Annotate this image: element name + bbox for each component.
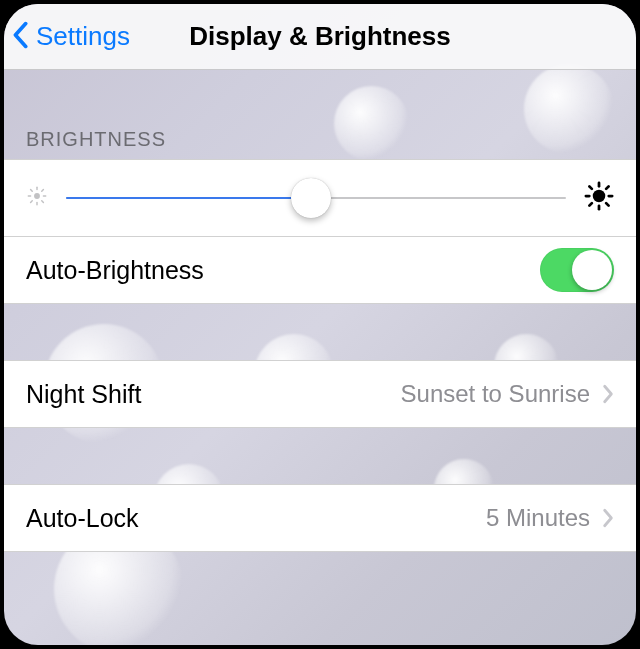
svg-line-15 — [606, 203, 609, 206]
svg-line-7 — [31, 201, 33, 203]
night-shift-label: Night Shift — [26, 380, 141, 409]
chevron-right-icon — [602, 508, 614, 528]
auto-brightness-cell: Auto-Brightness — [4, 236, 636, 304]
chevron-right-icon — [602, 384, 614, 404]
auto-lock-cell[interactable]: Auto-Lock 5 Minutes — [4, 484, 636, 552]
brightness-slider[interactable] — [66, 179, 566, 217]
svg-line-17 — [606, 186, 609, 189]
auto-lock-value: 5 Minutes — [486, 504, 590, 532]
brightness-high-icon — [584, 181, 614, 215]
brightness-slider-thumb[interactable] — [291, 178, 331, 218]
auto-brightness-label: Auto-Brightness — [26, 256, 204, 285]
brightness-section-header: BRIGHTNESS — [4, 70, 636, 159]
svg-line-6 — [42, 201, 44, 203]
navbar: Settings Display & Brightness — [4, 4, 636, 70]
svg-line-14 — [589, 186, 592, 189]
svg-line-5 — [31, 190, 33, 192]
brightness-low-icon — [26, 185, 48, 211]
auto-lock-label: Auto-Lock — [26, 504, 139, 533]
chevron-left-icon — [12, 20, 34, 54]
svg-point-9 — [593, 190, 606, 203]
back-button[interactable]: Settings — [4, 20, 130, 54]
svg-point-0 — [34, 193, 40, 199]
night-shift-value: Sunset to Sunrise — [401, 380, 590, 408]
auto-brightness-toggle[interactable] — [540, 248, 614, 292]
back-label: Settings — [36, 21, 130, 52]
svg-line-8 — [42, 190, 44, 192]
night-shift-cell[interactable]: Night Shift Sunset to Sunrise — [4, 360, 636, 428]
brightness-slider-cell — [4, 159, 636, 237]
svg-line-16 — [589, 203, 592, 206]
